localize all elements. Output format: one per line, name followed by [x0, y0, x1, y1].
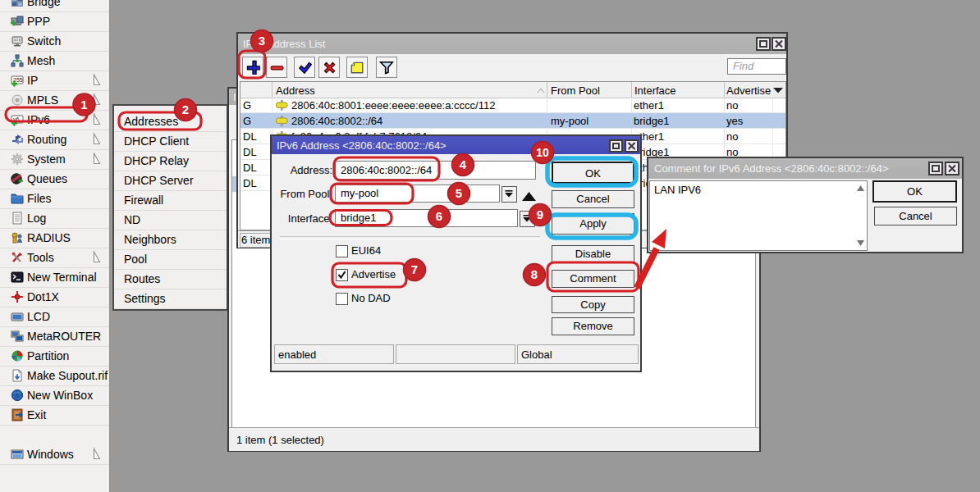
svg-text:10: 10: [536, 146, 549, 159]
svg-text:4: 4: [460, 157, 467, 171]
svg-text:3: 3: [259, 34, 265, 48]
svg-text:1: 1: [80, 98, 87, 112]
svg-text:5: 5: [456, 186, 462, 200]
svg-text:9: 9: [537, 207, 543, 221]
svg-text:8: 8: [531, 267, 538, 281]
svg-text:7: 7: [411, 262, 418, 276]
svg-text:6: 6: [436, 209, 442, 223]
svg-text:2: 2: [182, 102, 189, 116]
